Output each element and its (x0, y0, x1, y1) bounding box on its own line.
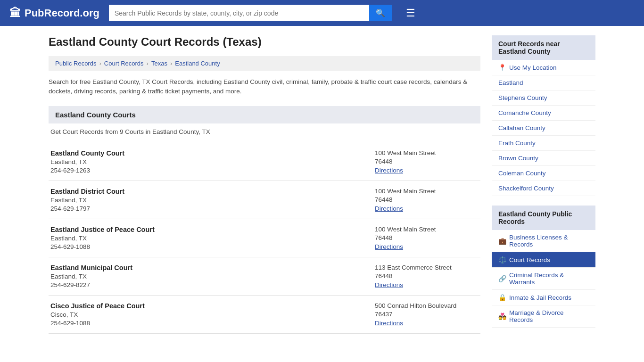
sidebar-public-record-item[interactable]: 💼 Business Licenses & Records (492, 230, 595, 252)
court-city: Eastland, TX (50, 158, 365, 165)
court-street: 113 East Commerce Street (375, 264, 479, 271)
logo-text: PubRecord.org (25, 7, 99, 19)
sidebar-public-record-item[interactable]: ⚖️ Court Records (492, 252, 595, 268)
court-name: Eastland Municipal Court (50, 264, 365, 272)
record-type-label: Inmate & Jail Records (509, 294, 571, 301)
court-zip: 76448 (375, 272, 479, 280)
record-type-label: Marriage & Divorce Records (509, 309, 589, 323)
court-name: Eastland Justice of Peace Court (50, 226, 365, 233)
court-item: Eastland Justice of Peace Court Eastland… (49, 219, 480, 257)
courts-list: Eastland County Court Eastland, TX 254-6… (49, 143, 480, 334)
court-zip: 76448 (375, 158, 479, 165)
court-city: Eastland, TX (50, 197, 365, 204)
court-info: Cisco Justice of Peace Court Cisco, TX 2… (50, 302, 365, 327)
court-zip: 76448 (375, 196, 479, 203)
court-zip: 76437 (375, 311, 479, 318)
court-street: 100 West Main Street (375, 188, 479, 195)
court-street: 100 West Main Street (375, 226, 479, 233)
court-phone: 254-629-1797 (50, 205, 365, 212)
record-type-icon: 🔗 (498, 275, 506, 282)
menu-icon[interactable]: ☰ (406, 7, 415, 19)
court-name: Eastland County Court (50, 149, 365, 157)
court-info: Eastland Justice of Peace Court Eastland… (50, 226, 365, 250)
sidebar-county-item[interactable]: Coleman County (492, 166, 595, 181)
court-phone: 254-629-1088 (50, 320, 365, 327)
breadcrumb-sep-2: › (147, 60, 149, 67)
breadcrumb-eastland-county[interactable]: Eastland County (175, 60, 220, 67)
court-city: Cisco, TX (50, 311, 365, 318)
record-type-icon: 🔒 (498, 294, 506, 301)
sidebar-public-record-item[interactable]: 🔗 Criminal Records & Warrants (492, 268, 595, 290)
court-street: 100 West Main Street (375, 149, 479, 156)
search-button[interactable]: 🔍 (369, 5, 392, 21)
court-info: Eastland District Court Eastland, TX 254… (50, 188, 365, 212)
court-city: Eastland, TX (50, 235, 365, 242)
sidebar-public-record-item[interactable]: 🔒 Inmate & Jail Records (492, 290, 595, 305)
court-address: 100 West Main Street 76448 Directions (375, 149, 479, 174)
location-pin-icon: 📍 (498, 64, 506, 71)
court-address: 500 Conrad Hilton Boulevard 76437 Direct… (375, 302, 479, 327)
sidebar-county-item[interactable]: Shackelford County (492, 181, 595, 196)
court-item: Eastland District Court Eastland, TX 254… (49, 181, 480, 219)
court-address: 113 East Commerce Street 76448 Direction… (375, 264, 479, 288)
court-street: 500 Conrad Hilton Boulevard (375, 302, 479, 309)
court-item: Eastland Municipal Court Eastland, TX 25… (49, 257, 480, 296)
nearby-counties-list: EastlandStephens CountyComanche CountyCa… (492, 75, 595, 196)
search-form: 🔍 (109, 5, 392, 21)
public-records-header: Eastland County Public Records (492, 206, 595, 230)
record-type-label: Court Records (509, 256, 550, 263)
courts-count: Get Court Records from 9 Courts in Eastl… (49, 128, 480, 135)
logo-icon: 🏛 (9, 7, 21, 20)
court-info: Eastland Municipal Court Eastland, TX 25… (50, 264, 365, 288)
use-location[interactable]: 📍 Use My Location (492, 60, 595, 75)
record-type-icon: 💼 (498, 237, 506, 245)
public-records-list: 💼 Business Licenses & Records ⚖️ Court R… (492, 230, 595, 328)
directions-link[interactable]: Directions (375, 281, 403, 288)
breadcrumb-sep-1: › (99, 60, 101, 67)
court-phone: 254-629-8227 (50, 281, 365, 288)
main-container: Eastland County Court Records (Texas) Pu… (39, 26, 605, 346)
breadcrumb: Public Records › Court Records › Texas ›… (49, 56, 480, 71)
record-type-label: Criminal Records & Warrants (509, 272, 589, 286)
sidebar-county-item[interactable]: Erath County (492, 136, 595, 151)
breadcrumb-public-records[interactable]: Public Records (55, 60, 96, 67)
breadcrumb-texas[interactable]: Texas (151, 60, 167, 67)
nearby-section: Court Records near Eastland County 📍 Use… (492, 35, 595, 196)
directions-link[interactable]: Directions (375, 320, 403, 327)
breadcrumb-sep-3: › (170, 60, 172, 67)
court-phone: 254-629-1088 (50, 243, 365, 250)
court-info: Eastland County Court Eastland, TX 254-6… (50, 149, 365, 174)
sidebar-county-item[interactable]: Comanche County (492, 106, 595, 121)
sidebar: Court Records near Eastland County 📍 Use… (492, 35, 595, 337)
court-name: Cisco Justice of Peace Court (50, 302, 365, 310)
breadcrumb-court-records[interactable]: Court Records (104, 60, 144, 67)
logo[interactable]: 🏛 PubRecord.org (9, 7, 99, 20)
court-item: Eastland County Court Eastland, TX 254-6… (49, 143, 480, 181)
courts-section: Eastland County Courts Get Court Records… (49, 106, 480, 334)
court-address: 100 West Main Street 76448 Directions (375, 188, 479, 212)
page-title: Eastland County Court Records (Texas) (49, 35, 480, 49)
directions-link[interactable]: Directions (375, 205, 403, 212)
record-type-icon: 💑 (498, 313, 506, 320)
content-area: Eastland County Court Records (Texas) Pu… (49, 35, 480, 337)
description: Search for free Eastland County, TX Cour… (49, 77, 480, 97)
court-item: Cisco Justice of Peace Court Cisco, TX 2… (49, 296, 480, 334)
sidebar-county-item[interactable]: Brown County (492, 151, 595, 166)
courts-section-header: Eastland County Courts (49, 106, 480, 123)
court-city: Eastland, TX (50, 273, 365, 280)
record-type-icon: ⚖️ (498, 256, 506, 263)
sidebar-county-item[interactable]: Eastland (492, 75, 595, 90)
court-name: Eastland District Court (50, 188, 365, 195)
sidebar-county-item[interactable]: Stephens County (492, 90, 595, 106)
court-phone: 254-629-1263 (50, 167, 365, 174)
directions-link[interactable]: Directions (375, 243, 403, 250)
site-header: 🏛 PubRecord.org 🔍 ☰ (0, 0, 644, 26)
record-type-label: Business Licenses & Records (509, 234, 589, 248)
directions-link[interactable]: Directions (375, 167, 403, 174)
search-input[interactable] (109, 5, 369, 21)
sidebar-public-record-item[interactable]: 💑 Marriage & Divorce Records (492, 305, 595, 328)
nearby-header: Court Records near Eastland County (492, 35, 595, 60)
court-zip: 76448 (375, 234, 479, 241)
sidebar-county-item[interactable]: Callahan County (492, 121, 595, 136)
court-address: 100 West Main Street 76448 Directions (375, 226, 479, 250)
